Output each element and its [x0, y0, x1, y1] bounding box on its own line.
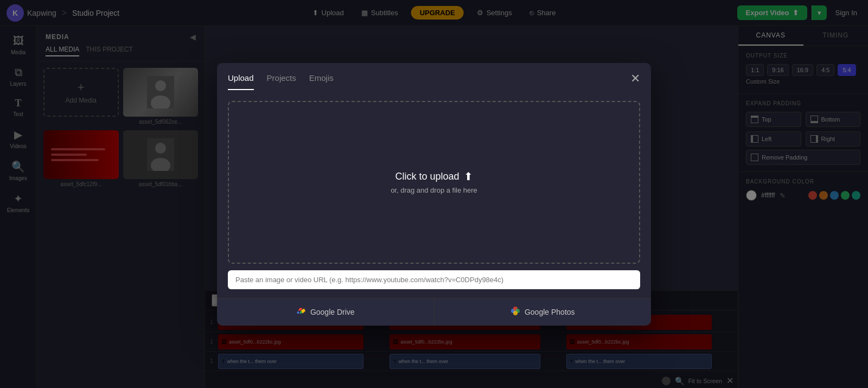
- upload-dropzone[interactable]: Click to upload ⬆ or, drag and drop a fi…: [228, 101, 640, 264]
- gdrive-svg: [296, 306, 306, 316]
- url-input[interactable]: [228, 270, 640, 289]
- modal-header: Upload Projects Emojis ✕: [217, 63, 651, 92]
- google-drive-icon: [296, 306, 306, 318]
- google-photos-label: Google Photos: [525, 308, 575, 316]
- google-drive-label: Google Drive: [310, 308, 355, 316]
- modal-body: Click to upload ⬆ or, drag and drop a fi…: [217, 92, 651, 298]
- svg-point-9: [513, 311, 518, 315]
- modal-tab-emojis[interactable]: Emojis: [309, 73, 334, 90]
- upload-sub-text: or, drag and drop a file here: [391, 186, 477, 194]
- upload-main-text: Click to upload: [395, 171, 459, 182]
- gphotos-svg: [510, 306, 520, 316]
- upload-arrow-icon: ⬆: [464, 170, 473, 183]
- upload-main-row: Click to upload ⬆: [395, 170, 473, 183]
- google-photos-icon: [510, 306, 520, 318]
- google-photos-button[interactable]: Google Photos: [434, 298, 652, 326]
- modal-close-button[interactable]: ✕: [630, 72, 640, 86]
- upload-modal: Upload Projects Emojis ✕ Click to upload…: [217, 63, 651, 326]
- modal-footer: Google Drive Google Photos: [217, 298, 651, 326]
- modal-overlay[interactable]: Upload Projects Emojis ✕ Click to upload…: [0, 0, 868, 388]
- google-drive-button[interactable]: Google Drive: [217, 298, 434, 326]
- modal-tab-upload[interactable]: Upload: [228, 73, 254, 90]
- modal-tab-projects[interactable]: Projects: [267, 73, 296, 90]
